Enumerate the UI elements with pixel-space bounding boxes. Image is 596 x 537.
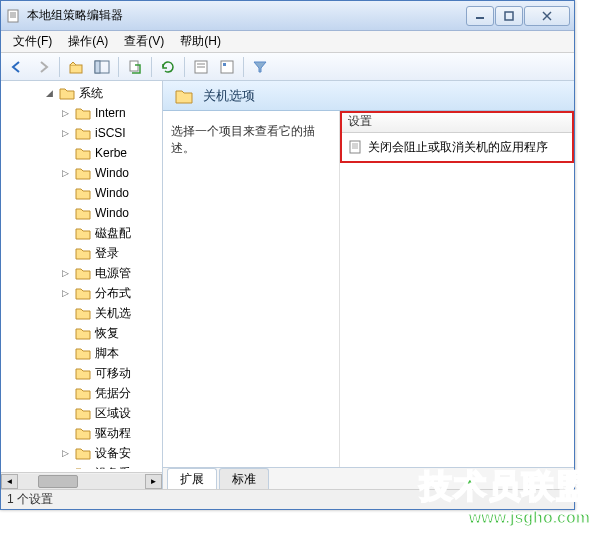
menu-help[interactable]: 帮助(H) (172, 31, 229, 52)
details-title: 关机选项 (203, 87, 255, 105)
export-button[interactable] (123, 55, 147, 79)
expand-icon[interactable]: ▷ (59, 268, 71, 278)
up-button[interactable] (64, 55, 88, 79)
tree-label: 分布式 (95, 285, 131, 302)
svg-rect-16 (223, 63, 226, 66)
tree-node[interactable]: Windo (1, 203, 162, 223)
menu-action[interactable]: 操作(A) (60, 31, 116, 52)
tree-label: 区域设 (95, 405, 131, 422)
tree-label: Windo (95, 166, 129, 180)
toolbar-separator (243, 57, 244, 77)
menu-view[interactable]: 查看(V) (116, 31, 172, 52)
back-button[interactable] (5, 55, 29, 79)
toolbar-separator (184, 57, 185, 77)
column-header-settings[interactable]: 设置 (340, 111, 574, 133)
folder-icon (75, 206, 91, 220)
tree-label: 脚本 (95, 345, 119, 362)
details-body: 选择一个项目来查看它的描述。 设置 关闭会阻止或取消关机的应用程序 (163, 111, 574, 467)
tree-node[interactable]: ▷Intern (1, 103, 162, 123)
filter-button[interactable] (248, 55, 272, 79)
svg-rect-15 (221, 61, 233, 73)
tree-node[interactable]: 驱动程 (1, 423, 162, 443)
folder-icon (75, 386, 91, 400)
collapse-icon[interactable]: ◢ (43, 88, 55, 98)
tree-content[interactable]: ◢ 系统 ▷Intern▷iSCSIKerbe▷WindoWindoWindo磁… (1, 81, 162, 469)
svg-rect-8 (70, 65, 82, 73)
folder-icon (75, 426, 91, 440)
folder-icon (75, 246, 91, 260)
folder-icon (75, 286, 91, 300)
folder-icon (175, 88, 193, 104)
tree-node[interactable]: 恢复 (1, 323, 162, 343)
tab-standard[interactable]: 标准 (219, 468, 269, 489)
toolbar-separator (118, 57, 119, 77)
scroll-track[interactable] (18, 474, 145, 489)
tree-label: 登录 (95, 245, 119, 262)
toolbar-separator (59, 57, 60, 77)
tree-label: 凭据分 (95, 385, 131, 402)
tab-extended[interactable]: 扩展 (167, 468, 217, 489)
scroll-thumb[interactable] (38, 475, 78, 488)
tree-node[interactable]: ▷分布式 (1, 283, 162, 303)
minimize-button[interactable] (466, 6, 494, 26)
folder-icon (59, 86, 75, 100)
tree-label: 系统 (79, 85, 103, 102)
menu-file[interactable]: 文件(F) (5, 31, 60, 52)
tree-label: 电源管 (95, 265, 131, 282)
tree-node[interactable]: 设备重 (1, 463, 162, 469)
scroll-left-button[interactable]: ◄ (1, 474, 18, 489)
svg-rect-0 (8, 10, 18, 22)
properties-button[interactable] (189, 55, 213, 79)
tree-node[interactable]: Windo (1, 183, 162, 203)
show-hide-tree-button[interactable] (90, 55, 114, 79)
tree-node[interactable]: 可移动 (1, 363, 162, 383)
maximize-button[interactable] (495, 6, 523, 26)
expand-icon[interactable]: ▷ (59, 128, 71, 138)
tree-node[interactable]: 关机选 (1, 303, 162, 323)
expand-icon[interactable]: ▷ (59, 288, 71, 298)
window-title: 本地组策略编辑器 (27, 7, 466, 24)
policy-label: 关闭会阻止或取消关机的应用程序 (368, 139, 548, 156)
tree-node-root[interactable]: ◢ 系统 (1, 83, 162, 103)
folder-icon (75, 406, 91, 420)
tree-label: 设备安 (95, 445, 131, 462)
close-button[interactable] (524, 6, 570, 26)
tree-node[interactable]: 登录 (1, 243, 162, 263)
tree-node[interactable]: ▷iSCSI (1, 123, 162, 143)
tree-node[interactable]: Kerbe (1, 143, 162, 163)
expand-icon[interactable]: ▷ (59, 448, 71, 458)
tree-node[interactable]: ▷电源管 (1, 263, 162, 283)
details-header: 关机选项 (163, 81, 574, 111)
menubar: 文件(F) 操作(A) 查看(V) 帮助(H) (1, 31, 574, 53)
expand-icon[interactable]: ▷ (59, 108, 71, 118)
expand-icon[interactable]: ▷ (59, 168, 71, 178)
tree-label: 驱动程 (95, 425, 131, 442)
tree-node[interactable]: 磁盘配 (1, 223, 162, 243)
titlebar[interactable]: 本地组策略编辑器 (1, 1, 574, 31)
svg-rect-10 (95, 61, 100, 73)
svg-rect-5 (505, 12, 513, 20)
status-text: 1 个设置 (7, 491, 53, 508)
watermark-url: www.jsgho.com (420, 509, 590, 527)
folder-icon (75, 366, 91, 380)
description-column: 选择一个项目来查看它的描述。 (163, 111, 339, 467)
folder-icon (75, 446, 91, 460)
tree-node[interactable]: 凭据分 (1, 383, 162, 403)
policy-item[interactable]: 关闭会阻止或取消关机的应用程序 (344, 137, 570, 157)
scroll-right-button[interactable]: ► (145, 474, 162, 489)
tree-horizontal-scrollbar[interactable]: ◄ ► (1, 472, 162, 489)
settings-list: 设置 关闭会阻止或取消关机的应用程序 (339, 111, 574, 467)
tree-node[interactable]: 区域设 (1, 403, 162, 423)
refresh-button[interactable] (156, 55, 180, 79)
statusbar: 1 个设置 (1, 489, 574, 509)
tree-node[interactable]: ▷Windo (1, 163, 162, 183)
svg-rect-11 (130, 61, 138, 71)
help-button[interactable] (215, 55, 239, 79)
tree-node[interactable]: ▷设备安 (1, 443, 162, 463)
tree-node[interactable]: 脚本 (1, 343, 162, 363)
forward-button[interactable] (31, 55, 55, 79)
folder-icon (75, 146, 91, 160)
tree-label: Intern (95, 106, 126, 120)
folder-icon (75, 466, 91, 469)
policy-list: 关闭会阻止或取消关机的应用程序 (340, 133, 574, 161)
